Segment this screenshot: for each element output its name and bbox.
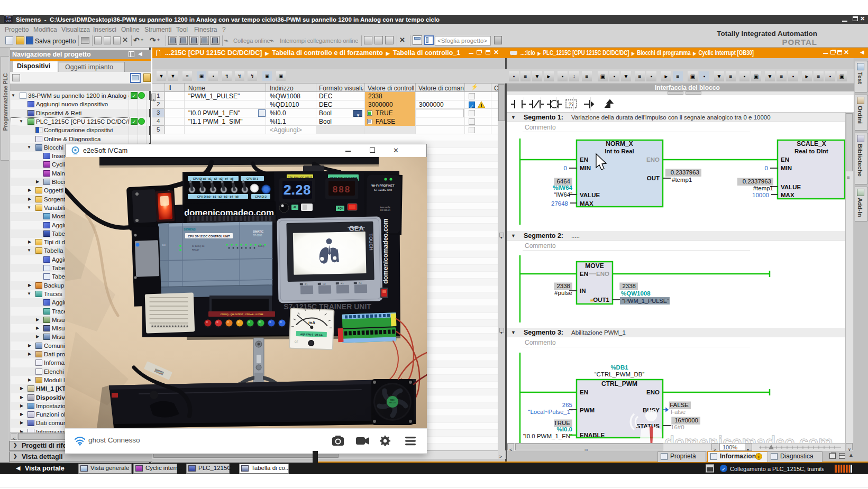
svg-text:ENO: ENO <box>646 156 660 163</box>
svg-text:IN: IN <box>580 288 586 294</box>
svg-text:0.2337963: 0.2337963 <box>671 169 699 176</box>
svg-text:ENO: ENO <box>596 271 609 277</box>
svg-text:VALUE: VALUE <box>580 192 600 198</box>
svg-text:CTRL_PWM: CTRL_PWM <box>601 380 637 387</box>
svg-text:MAX: MAX <box>781 192 794 198</box>
svg-text:MIN: MIN <box>781 165 792 171</box>
svg-text:2338: 2338 <box>622 283 636 289</box>
svg-text:OUT: OUT <box>647 175 660 181</box>
svg-text:NORM_X: NORM_X <box>606 140 633 147</box>
svg-text:EN: EN <box>580 156 588 163</box>
svg-text:%I0.0: %I0.0 <box>557 426 572 432</box>
svg-text:16#0000: 16#0000 <box>674 417 698 423</box>
svg-text:265: 265 <box>562 402 572 408</box>
svg-text:MAX: MAX <box>580 200 593 207</box>
svg-text:“Local~Pulse_1”: “Local~Pulse_1” <box>528 409 573 415</box>
svg-text:SCALE_X: SCALE_X <box>797 140 826 147</box>
svg-text:%QW1008: %QW1008 <box>621 290 651 297</box>
svg-text:VALUE: VALUE <box>781 184 801 190</box>
svg-text:domenicomadeo.com: domenicomadeo.com <box>664 433 833 443</box>
svg-text:“CTRL_PWM_DB”: “CTRL_PWM_DB” <box>595 371 645 377</box>
svg-text:EN: EN <box>580 271 588 277</box>
svg-text:Real to DInt: Real to DInt <box>794 148 828 154</box>
svg-text:False: False <box>671 409 686 415</box>
svg-text:PWM: PWM <box>580 407 595 413</box>
svg-text:0: 0 <box>564 165 567 171</box>
svg-text:Int to Real: Int to Real <box>605 148 634 154</box>
svg-text:#temp1: #temp1 <box>753 185 773 191</box>
svg-text:MOVE: MOVE <box>585 262 604 270</box>
svg-text:ENABLE: ENABLE <box>580 432 605 438</box>
svg-text:EN: EN <box>580 389 588 395</box>
svg-text:0: 0 <box>765 165 768 171</box>
svg-text:“I0.0 PWM_1_EN”: “I0.0 PWM_1_EN” <box>523 433 572 439</box>
svg-text:0.2337963: 0.2337963 <box>743 178 771 184</box>
svg-text:ENO: ENO <box>646 389 660 395</box>
svg-text:2338: 2338 <box>556 283 570 289</box>
svg-text:10000: 10000 <box>752 192 769 198</box>
svg-text:✳: ✳ <box>590 298 594 303</box>
svg-text:TRUE: TRUE <box>554 420 571 426</box>
svg-text:6464: 6464 <box>556 178 570 184</box>
svg-text:16#0: 16#0 <box>671 424 684 430</box>
svg-text:EN: EN <box>781 156 789 163</box>
svg-text:“PWM_1_PULSE”: “PWM_1_PULSE” <box>622 298 669 304</box>
svg-text:%DB1: %DB1 <box>610 364 628 371</box>
svg-text:27648: 27648 <box>551 200 568 207</box>
svg-text:MIN: MIN <box>580 165 591 171</box>
svg-text:OUT1: OUT1 <box>593 297 609 303</box>
svg-text:%IW64: %IW64 <box>553 184 573 191</box>
svg-text:#temp1: #temp1 <box>672 177 692 183</box>
svg-text:FALSE: FALSE <box>670 402 689 408</box>
